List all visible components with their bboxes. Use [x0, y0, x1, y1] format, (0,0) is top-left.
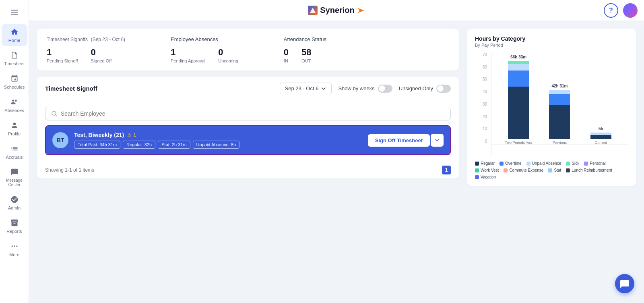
accruals-icon — [10, 144, 19, 153]
bar-segment-regular-1 — [508, 87, 529, 139]
showing-row: Showing 1-1 of 1 items 1 — [37, 162, 459, 178]
pending-approval-count: 1 — [171, 47, 205, 58]
content-area: Timesheet Signoffs (Sep 23 - Oct 6) 1 Pe… — [29, 21, 644, 303]
bar-group-previous: 42h 31m Previous — [539, 84, 580, 145]
legend-regular: Regular — [475, 161, 495, 166]
warning-count: 1 — [133, 132, 136, 138]
sidebar-label-accruals: Accruals — [6, 155, 23, 160]
sidebar-item-timesheet[interactable]: Timesheet — [2, 48, 27, 69]
legend-commute-expense: Commute Expense — [504, 168, 543, 172]
employee-row-wrapper: BT Test, Biweekly (21) ⚠ 1 — [45, 125, 451, 155]
signoff-title: Timesheet Signoff — [45, 85, 97, 92]
out-label: OUT — [301, 58, 311, 63]
sidebar-item-profile[interactable]: Profile — [2, 118, 27, 139]
chat-fab-button[interactable] — [615, 274, 634, 293]
timesheet-icon — [10, 51, 19, 60]
bar-segment-unpaid-2 — [549, 90, 570, 94]
sidebar-item-home[interactable]: Home — [2, 24, 27, 46]
stacked-bar-previous — [549, 90, 570, 139]
sidebar-item-accruals[interactable]: Accruals — [2, 141, 27, 163]
search-input[interactable] — [61, 110, 445, 117]
bar-segment-sick-1 — [508, 61, 529, 64]
bar-segment-regular-3 — [590, 135, 611, 139]
signoff-body: BT Test, Biweekly (21) ⚠ 1 — [37, 100, 459, 162]
legend-stat: Stat — [548, 168, 561, 172]
help-button[interactable]: ? — [604, 3, 618, 18]
attendance-numbers: 0 IN 58 OUT — [284, 47, 326, 63]
menu-button[interactable] — [7, 5, 22, 19]
sidebar-label-home: Home — [8, 38, 20, 43]
schedules-icon — [10, 74, 19, 83]
header-actions: ? — [604, 3, 638, 18]
sign-off-dropdown-button[interactable] — [431, 134, 444, 147]
absences-numbers: 1 Pending Approval 0 Upcoming — [171, 47, 238, 63]
svg-rect-1 — [11, 12, 18, 12]
stat-tag: Stat: 2h 31m — [158, 141, 190, 149]
svg-rect-0 — [11, 10, 18, 10]
employee-row[interactable]: BT Test, Biweekly (21) ⚠ 1 — [46, 126, 450, 154]
in-count: 0 — [284, 47, 289, 58]
svg-rect-2 — [11, 14, 18, 15]
chart-legend: Regular Overtime Unpaid Absence Sick — [475, 161, 628, 179]
showing-text: Showing 1-1 of 1 items — [45, 167, 94, 173]
app-title: Synerion — [320, 6, 355, 15]
user-avatar[interactable] — [623, 3, 638, 18]
bar-value-previous: 42h 31m — [551, 84, 568, 88]
attendance-status-title: Attendance Status — [284, 36, 326, 42]
date-range-button[interactable]: Sep 23 - Oct 6 — [280, 83, 332, 94]
bar-segment-unpaid-1 — [508, 64, 529, 71]
employee-info: Test, Biweekly (21) ⚠ 1 Total Paid: 34h … — [74, 132, 362, 149]
search-box — [45, 107, 451, 120]
show-by-weeks-toggle-group: Show by weeks — [338, 85, 392, 93]
profile-icon — [10, 121, 19, 130]
legend-dot-overtime — [500, 162, 504, 166]
legend-dot-stat — [548, 168, 552, 172]
unsigned-only-label: Unsigned Only — [399, 85, 433, 91]
signoff-header: Timesheet Signoff Sep 23 - Oct 6 Show by… — [37, 77, 459, 100]
unsigned-only-toggle[interactable] — [436, 85, 451, 93]
legend-label-stat: Stat — [554, 168, 561, 172]
chart-inner: 66h 33m Two Periods Ago 42h 31m — [491, 52, 628, 157]
unpaid-absence-tag: Unpaid Absence: 8h — [193, 141, 239, 149]
sidebar-item-absences[interactable]: Absences — [2, 94, 27, 116]
legend-dot-lunch — [566, 168, 570, 172]
sidebar-item-more[interactable]: More — [2, 239, 27, 260]
sidebar-item-message-center[interactable]: Message Center — [2, 164, 27, 190]
sidebar-label-profile: Profile — [8, 131, 21, 136]
legend-label-lunch: Lunch Reimbursement — [572, 168, 612, 172]
sidebar-item-schedules[interactable]: Schedules — [2, 71, 27, 93]
bar-value-two-periods-ago: 66h 33m — [510, 55, 526, 59]
legend-label-work-vest: Work Vest — [481, 168, 499, 172]
signed-off-count: 0 — [91, 47, 111, 58]
left-panel: Timesheet Signoffs (Sep 23 - Oct 6) 1 Pe… — [37, 29, 459, 295]
sidebar-label-schedules: Schedules — [4, 85, 25, 89]
sign-off-button[interactable]: Sign Off Timesheet — [368, 134, 430, 147]
out-count-group: 58 OUT — [301, 47, 311, 63]
stacked-bar-current — [590, 133, 611, 139]
bar-value-current: 5h — [599, 127, 603, 131]
legend-dot-work-vest — [475, 168, 479, 172]
pending-approval-label: Pending Approval — [171, 58, 205, 63]
chart-area: 0 10 20 30 40 50 60 70 — [475, 52, 628, 157]
legend-sick: Sick — [566, 161, 579, 166]
sidebar-item-admin[interactable]: Admin — [2, 192, 27, 214]
svg-marker-7 — [358, 8, 364, 13]
employee-initials: BT — [57, 137, 64, 143]
toggle-knob — [379, 85, 385, 92]
right-panel: Hours by Category By Pay Period 0 10 20 … — [467, 29, 636, 295]
in-label: IN — [284, 58, 289, 63]
admin-icon — [10, 195, 19, 204]
chart-card: Hours by Category By Pay Period 0 10 20 … — [467, 29, 636, 186]
show-by-weeks-toggle[interactable] — [378, 85, 392, 93]
signoffs-date-range: (Sep 23 - Oct 6) — [91, 37, 125, 42]
warning-badge: ⚠ 1 — [127, 132, 136, 138]
svg-point-3 — [11, 245, 12, 247]
sidebar-item-reports[interactable]: Reports — [2, 215, 27, 237]
legend-personal: Personal — [584, 161, 605, 166]
sign-off-group: Sign Off Timesheet — [368, 134, 444, 147]
bar-segment-regular-2 — [549, 105, 570, 139]
legend-dot-vacation — [475, 175, 479, 179]
chart-title: Hours by Category — [475, 35, 628, 42]
message-center-icon — [10, 168, 19, 176]
show-by-weeks-label: Show by weeks — [338, 85, 374, 91]
